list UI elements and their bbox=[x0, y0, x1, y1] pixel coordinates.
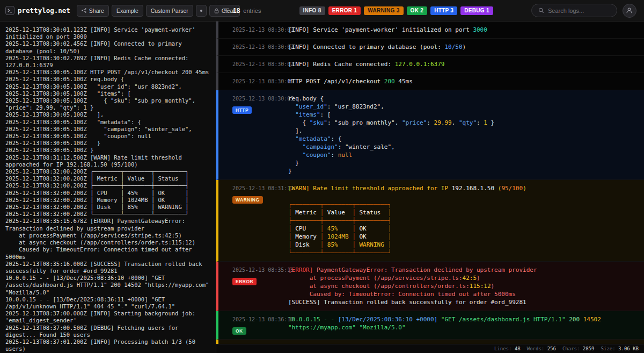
raw-log-line: 2025-12-13T08:30:05.100Z } bbox=[5, 140, 210, 147]
entry-meta: 2025-12-13 08:35:15ERROR bbox=[218, 266, 288, 306]
stat-words: Words: 256 bbox=[527, 346, 556, 351]
entry-content: [INFO] Redis Cache connected: 127.0.0.1:… bbox=[288, 60, 636, 68]
entry-timestamp: 2025-12-13 08:30:02 bbox=[232, 60, 288, 68]
level-badges: INFO 8ERROR 1WARNING 3OK 2HTTP 3DEBUG 1 bbox=[299, 6, 493, 15]
stat-lines: Lines: 48 bbox=[494, 346, 521, 351]
raw-log-line: 2025-12-13T08:37:00.000Z [INFO] Starting… bbox=[5, 310, 210, 324]
raw-log-line: 2025-12-13T08:30:05.100Z "user_id": "usr… bbox=[5, 83, 210, 90]
raw-log-line: 2025-12-13T08:31:12.500Z [WARN] Rate lim… bbox=[5, 154, 210, 168]
raw-log-line: 10.0.0.15 - - [13/Dec/2025:08:36:10 +000… bbox=[5, 275, 210, 296]
parser-options-button[interactable] bbox=[196, 5, 207, 17]
raw-log-line: 2025-12-13T08:30:05.100Z "coupon": null bbox=[5, 133, 210, 140]
log-entry[interactable]: 2025-12-13 08:30:05HTTPreq.body { "user_… bbox=[216, 90, 644, 180]
entry-timestamp: 2025-12-13 08:30:05 bbox=[232, 77, 288, 85]
share-button-label: Share bbox=[89, 8, 104, 14]
entry-meta: 2025-12-13 08:30:01 bbox=[218, 26, 288, 34]
raw-log-line: Caused by: TimeoutError: Connection time… bbox=[5, 246, 210, 260]
raw-log-line: 2025-12-13T08:32:00.200Z │ Metric │ Valu… bbox=[5, 175, 210, 182]
app-title: prettylog.net bbox=[18, 6, 70, 15]
custom-parser-button-label: Custom Parser bbox=[151, 8, 188, 14]
entry-timestamp: 2025-12-13 08:30:01 bbox=[232, 26, 288, 34]
entry-level-badge: HTTP bbox=[232, 106, 252, 114]
entry-level-badge: OK bbox=[232, 327, 246, 335]
raw-log-line: 2025-12-13T08:30:02.456Z [INFO] Connecte… bbox=[5, 40, 210, 54]
log-entry[interactable]: 2025-12-13 08:31:12WARNING[WARN] Rate li… bbox=[216, 180, 644, 262]
entry-timestamp: 2025-12-13 08:30:05 bbox=[232, 95, 288, 103]
entry-timestamp: 2025-12-13 08:30:02 bbox=[232, 43, 288, 51]
share-icon bbox=[82, 8, 86, 13]
search-icon bbox=[538, 8, 544, 13]
dot-icon bbox=[200, 10, 202, 12]
search-input[interactable] bbox=[548, 8, 610, 14]
entry-timestamp: 2025-12-13 08:36:10 bbox=[232, 315, 288, 323]
topbar-right: 18 entries INFO 8ERROR 1WARNING 3OK 2HTT… bbox=[216, 0, 644, 21]
raw-log-panel[interactable]: 2025-12-13T08:30:01.123Z [INFO] Service … bbox=[0, 21, 216, 353]
share-button[interactable]: Share bbox=[77, 5, 109, 17]
logo-icon bbox=[5, 6, 14, 15]
entry-meta: 2025-12-13 08:31:12WARNING bbox=[218, 184, 288, 257]
raw-log-line: 2025-12-13T08:32:00.200Z ├────────┼─────… bbox=[5, 182, 210, 189]
log-entry[interactable]: 2025-12-13 08:36:10OK10.0.0.15 - - [13/D… bbox=[216, 311, 644, 340]
log-entry[interactable]: 2025-12-13 08:30:02[INFO] Redis Cache co… bbox=[216, 56, 644, 73]
raw-log-line: at async checkout (/app/controllers/orde… bbox=[5, 239, 210, 246]
stat-chars: Chars: 2859 bbox=[562, 346, 595, 351]
raw-log-line: 10.0.0.15 - - [13/Dec/2025:08:36:11 +000… bbox=[5, 296, 210, 310]
entry-content: [WARN] Rate limit threshold approached f… bbox=[288, 184, 636, 257]
raw-log-line: 2025-12-13T08:30:05.100Z } bbox=[5, 147, 210, 154]
filter-badge-warning[interactable]: WARNING 3 bbox=[364, 6, 403, 15]
example-button-label: Example bbox=[116, 8, 138, 14]
entry-meta: 2025-12-13 08:30:05HTTP bbox=[218, 95, 288, 175]
entry-content: req.body { "user_id": "usr_8823nd2", "it… bbox=[288, 95, 636, 175]
raw-log-line: 2025-12-13T08:30:05.100Z ], bbox=[5, 111, 210, 118]
log-entry[interactable]: 2025-12-13 08:36:11WARNING10.0.0.15 - - … bbox=[216, 340, 644, 344]
log-entry[interactable]: 2025-12-13 08:30:02[INFO] Connected to p… bbox=[216, 39, 644, 56]
raw-log-line: 2025-12-13T08:35:15.678Z [ERROR] Payment… bbox=[5, 218, 210, 232]
raw-log-line: at processPayment (/app/services/stripe.… bbox=[5, 232, 210, 239]
filter-badge-info[interactable]: INFO 8 bbox=[299, 6, 325, 15]
raw-log-line: 2025-12-13T08:30:01.123Z [INFO] Service … bbox=[5, 26, 210, 40]
filter-badge-error[interactable]: ERROR 1 bbox=[328, 6, 361, 15]
entry-timestamp: 2025-12-13 08:35:15 bbox=[232, 266, 288, 274]
entries-count: 18 entries bbox=[224, 7, 261, 15]
raw-log-line: 2025-12-13T08:32:00.200Z ┌────────┬─────… bbox=[5, 168, 210, 175]
app-root: prettylog.net Share Example Custom Parse… bbox=[0, 0, 644, 353]
entry-timestamp: 2025-12-13 08:31:12 bbox=[232, 184, 288, 192]
main-split: 2025-12-13T08:30:01.123Z [INFO] Service … bbox=[0, 21, 644, 353]
user-avatar-button[interactable] bbox=[623, 4, 636, 18]
search-box[interactable] bbox=[531, 4, 617, 17]
entry-content: HTTP POST /api/v1/checkout 200 45ms bbox=[288, 77, 636, 85]
entry-meta: 2025-12-13 08:30:02 bbox=[218, 43, 288, 51]
raw-log-text: 2025-12-13T08:30:01.123Z [INFO] Service … bbox=[5, 26, 210, 353]
filter-badge-http[interactable]: HTTP 3 bbox=[430, 6, 457, 15]
raw-log-line: 2025-12-13T08:37:01.200Z [INFO] Processi… bbox=[5, 338, 210, 352]
log-entries: 2025-12-13 08:30:01[INFO] Service 'payme… bbox=[216, 21, 644, 344]
log-entry[interactable]: 2025-12-13 08:35:15ERROR[ERROR] PaymentG… bbox=[216, 262, 644, 311]
custom-parser-button[interactable]: Custom Parser bbox=[146, 5, 193, 17]
log-entry[interactable]: 2025-12-13 08:30:01[INFO] Service 'payme… bbox=[216, 21, 644, 39]
entry-level-badge: ERROR bbox=[232, 278, 257, 285]
parsed-log-panel: 2025-12-13 08:30:01[INFO] Service 'payme… bbox=[216, 21, 644, 353]
filter-badge-debug[interactable]: DEBUG 1 bbox=[460, 6, 493, 15]
raw-log-line: 2025-12-13T08:30:05.100Z req.body { bbox=[5, 76, 210, 83]
filter-badge-ok[interactable]: OK 2 bbox=[407, 6, 428, 15]
topbar-left: prettylog.net Share Example Custom Parse… bbox=[0, 0, 216, 21]
entry-meta: 2025-12-13 08:36:10OK bbox=[218, 315, 288, 335]
entry-content: [INFO] Service 'payment-worker' initiali… bbox=[288, 26, 636, 34]
raw-log-line: 2025-12-13T08:32:00.200Z │ CPU │ 45% │ O… bbox=[5, 190, 210, 197]
raw-log-line: 2025-12-13T08:37:00.500Z [DEBUG] Fetchin… bbox=[5, 325, 210, 338]
raw-log-line: 2025-12-13T08:32:00.200Z └────────┴─────… bbox=[5, 211, 210, 218]
raw-log-line: 2025-12-13T08:30:05.100Z "metadata": { bbox=[5, 119, 210, 126]
example-button[interactable]: Example bbox=[112, 5, 143, 17]
raw-log-line: 2025-12-13T08:30:05.100Z { "sku": "sub_p… bbox=[5, 97, 210, 111]
raw-log-line: 2025-12-13T08:30:05.100Z "campaign": "wi… bbox=[5, 126, 210, 133]
raw-log-line: 2025-12-13T08:35:16.000Z [SUCCESS] Trans… bbox=[5, 261, 210, 275]
entries-count-value: 18 bbox=[233, 7, 240, 15]
log-entry[interactable]: 2025-12-13 08:30:05HTTP POST /api/v1/che… bbox=[216, 73, 644, 90]
logo[interactable]: prettylog.net bbox=[5, 6, 70, 15]
entry-content: 10.0.0.15 - - [13/Dec/2025:08:36:10 +000… bbox=[288, 315, 636, 335]
entry-meta: 2025-12-13 08:30:05 bbox=[218, 77, 288, 85]
entries-list-icon bbox=[224, 8, 230, 13]
toolbar: Share Example Custom Parser Clear bbox=[77, 5, 240, 17]
status-bar: Lines: 48Words: 256Chars: 2859Size: 3.06… bbox=[216, 344, 644, 353]
raw-log-line: 2025-12-13T08:30:05.100Z "items": [ bbox=[5, 90, 210, 97]
